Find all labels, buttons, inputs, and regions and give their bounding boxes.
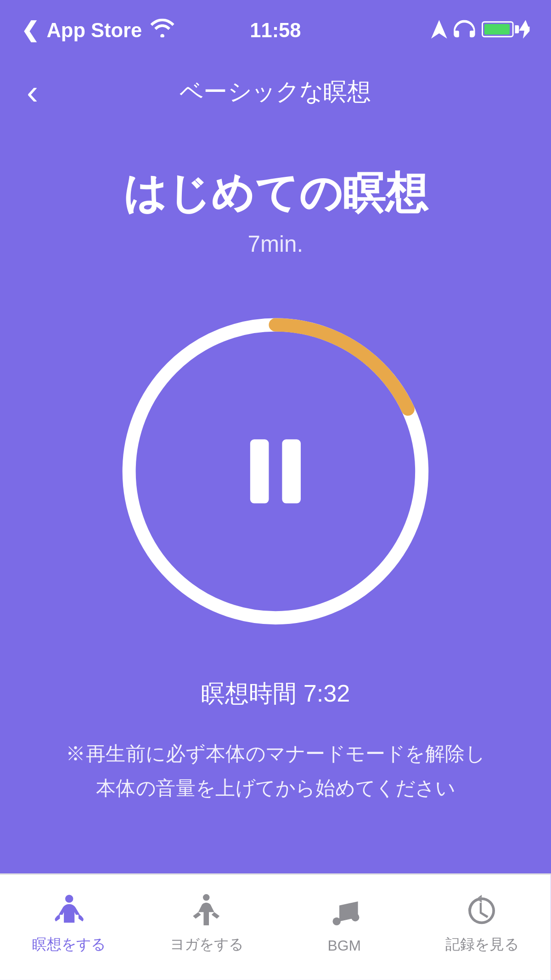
tab-meditation[interactable]: 瞑想をする: [0, 875, 138, 980]
status-bar: ❮ App Store 11:58: [0, 0, 551, 59]
nav-title: ベーシックな瞑想: [180, 76, 371, 108]
pause-bar-left: [250, 439, 269, 503]
location-icon: [431, 20, 447, 39]
appstore-label: App Store: [46, 18, 142, 40]
history-icon: [463, 892, 500, 929]
yoga-icon: [188, 892, 225, 929]
tab-history[interactable]: 記録を見る: [413, 875, 551, 980]
wifi-icon: [150, 18, 174, 40]
back-button[interactable]: ‹: [27, 71, 38, 113]
meditation-duration: 7min.: [248, 232, 303, 258]
svg-point-3: [351, 913, 359, 921]
status-right: [431, 20, 529, 39]
lightning-icon: [519, 20, 529, 39]
status-time: 11:58: [250, 18, 301, 40]
battery-icon: [482, 21, 514, 37]
timer-display: 瞑想時間 7:32: [201, 678, 350, 710]
tab-bar: 瞑想をする ヨガをする BGM 記録を見る: [0, 873, 551, 980]
tab-history-label: 記録を見る: [445, 935, 518, 954]
tab-meditation-label: 瞑想をする: [32, 935, 105, 954]
svg-point-2: [332, 917, 340, 924]
pause-button[interactable]: [250, 439, 301, 503]
bgm-icon: [326, 894, 363, 931]
back-icon-small: ❮: [21, 17, 39, 42]
tab-yoga[interactable]: ヨガをする: [138, 875, 276, 980]
tab-bgm[interactable]: BGM: [276, 875, 413, 980]
tab-bgm-label: BGM: [328, 937, 361, 953]
meditation-icon: [50, 892, 87, 929]
meditation-title: はじめての瞑想: [123, 165, 428, 224]
svg-point-1: [203, 894, 210, 901]
nav-bar: ‹ ベーシックな瞑想: [0, 59, 551, 125]
tab-yoga-label: ヨガをする: [170, 935, 243, 954]
headphones-icon: [452, 20, 476, 39]
pause-bar-right: [282, 439, 301, 503]
notice-text: ※再生前に必ず本体のマナードモードを解除し本体の音量を上げてから始めてください: [39, 736, 512, 804]
circle-timer[interactable]: [116, 312, 435, 631]
main-content: はじめての瞑想 7min. 瞑想時間 7:32 ※再生前に必ず本体のマナードモー…: [0, 125, 551, 873]
svg-point-0: [65, 895, 73, 902]
status-left: ❮ App Store: [21, 17, 174, 42]
